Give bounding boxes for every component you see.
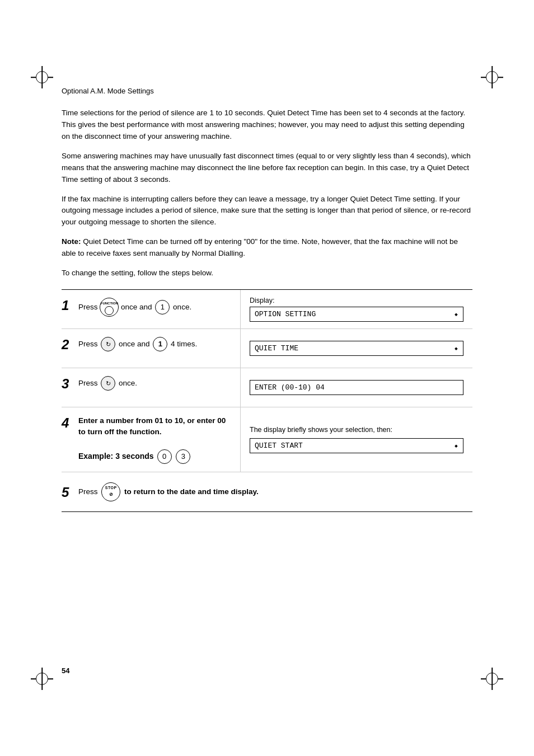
step-5-text: to return to the date and time display. bbox=[124, 487, 259, 495]
note-label: Note: bbox=[62, 237, 81, 246]
step-1-content: Press FUNCTION once and 1 once. bbox=[78, 298, 191, 317]
step-3-row: 3 Press ↻ once. ENTER (00-10) 04 bbox=[62, 368, 472, 407]
page-number: 54 bbox=[62, 666, 69, 675]
step-4-example: Example: 3 seconds 0 3 bbox=[78, 449, 191, 464]
note-text: Quiet Detect Time can be turned off by e… bbox=[62, 237, 458, 257]
display-text-3: ENTER (00-10) 04 bbox=[255, 383, 325, 392]
step-3-number: 3 bbox=[62, 377, 74, 391]
step-3-left: 3 Press ↻ once. bbox=[62, 368, 241, 407]
reg-mark-bl bbox=[31, 668, 53, 690]
step-4-content: Enter a number from 01 to 10, or enter 0… bbox=[78, 415, 231, 438]
step-1-row: 1 Press FUNCTION once and 1 once. Displa… bbox=[62, 290, 472, 329]
step-3-once: once. bbox=[119, 379, 137, 387]
steps-intro: To change the setting, follow the steps … bbox=[62, 267, 472, 279]
step-1-left: 1 Press FUNCTION once and 1 once. bbox=[62, 290, 241, 328]
menu-button-icon-3: ↻ bbox=[101, 376, 115, 391]
paragraph-3: If the fax machine is interrupting calle… bbox=[62, 194, 472, 229]
step-2-number: 2 bbox=[62, 338, 74, 351]
step-5-row: 5 Press STOP ⊘ to return to the date and… bbox=[62, 472, 472, 511]
step-4-text-bold: Enter a number from 01 to 10, or enter 0… bbox=[78, 416, 226, 436]
example-label: Example: 3 seconds bbox=[78, 451, 154, 460]
three-button-icon: 3 bbox=[176, 449, 190, 464]
step-1-number: 1 bbox=[62, 299, 74, 312]
zero-button-icon: 0 bbox=[157, 449, 172, 464]
step-5-number: 5 bbox=[62, 486, 74, 499]
display-box-2: QUIET TIME ⬥ bbox=[250, 341, 463, 356]
one-button-icon: 1 bbox=[155, 300, 170, 314]
steps-container: 1 Press FUNCTION once and 1 once. Displa… bbox=[62, 289, 472, 512]
step-4-right: The display briefly shows your selection… bbox=[241, 407, 472, 472]
display-arrows-2: ⬥ bbox=[454, 344, 458, 353]
display-text-1: OPTION SETTING bbox=[255, 310, 316, 318]
display-box-4: QUIET START ⬥ bbox=[250, 438, 463, 453]
paragraph-note: Note: Quiet Detect Time can be turned of… bbox=[62, 236, 472, 260]
display-arrows-4: ⬥ bbox=[454, 442, 458, 450]
step-3-right: ENTER (00-10) 04 bbox=[241, 368, 472, 407]
display-box-3: ENTER (00-10) 04 bbox=[250, 380, 463, 395]
display-label-1: Display: bbox=[250, 297, 463, 304]
step-4-number: 4 bbox=[62, 416, 74, 430]
step-2-row: 2 Press ↻ once and 1 4 times. QUIET TIME… bbox=[62, 329, 472, 368]
display-secondary-label: The display briefly shows your selection… bbox=[250, 426, 463, 434]
stop-button-icon: STOP ⊘ bbox=[101, 482, 120, 501]
page-title: Optional A.M. Mode Settings bbox=[62, 87, 472, 95]
step-5-content-wrapper: 5 Press STOP ⊘ to return to the date and… bbox=[62, 472, 472, 511]
reg-mark-tr bbox=[481, 66, 503, 88]
step-2-times: 4 times. bbox=[171, 340, 197, 348]
step-2-once-and: once and bbox=[119, 340, 152, 348]
menu-button-icon-2a: ↻ bbox=[101, 337, 115, 351]
display-box-1: OPTION SETTING ⬥ bbox=[250, 307, 463, 322]
page-content: Optional A.M. Mode Settings Time selecti… bbox=[62, 87, 472, 512]
step-4-left: 4 Enter a number from 01 to 10, or enter… bbox=[62, 407, 241, 472]
step-1-right: Display: OPTION SETTING ⬥ bbox=[241, 290, 472, 328]
step-1-text-once-and: once and bbox=[121, 303, 154, 311]
step-1-text-once: once. bbox=[173, 303, 191, 311]
paragraph-2: Some answering machines may have unusual… bbox=[62, 151, 472, 186]
step-2-right: QUIET TIME ⬥ bbox=[241, 329, 472, 368]
function-button-icon: FUNCTION bbox=[100, 298, 119, 317]
display-arrows-1: ⬥ bbox=[454, 310, 458, 318]
step-4-row: 4 Enter a number from 01 to 10, or enter… bbox=[62, 407, 472, 472]
step-2-left: 2 Press ↻ once and 1 4 times. bbox=[62, 329, 241, 368]
step-3-content: Press ↻ once. bbox=[78, 376, 137, 391]
display-text-4: QUIET START bbox=[255, 442, 303, 450]
reg-mark-tl bbox=[31, 66, 53, 88]
step-2-content: Press ↻ once and 1 4 times. bbox=[78, 337, 197, 351]
paragraph-1: Time selections for the period of silenc… bbox=[62, 107, 472, 143]
reg-mark-br bbox=[481, 668, 503, 690]
one-button-icon-2: 1 bbox=[153, 337, 167, 351]
display-text-2: QUIET TIME bbox=[255, 344, 298, 353]
step-5-content: Press STOP ⊘ to return to the date and t… bbox=[78, 482, 259, 501]
